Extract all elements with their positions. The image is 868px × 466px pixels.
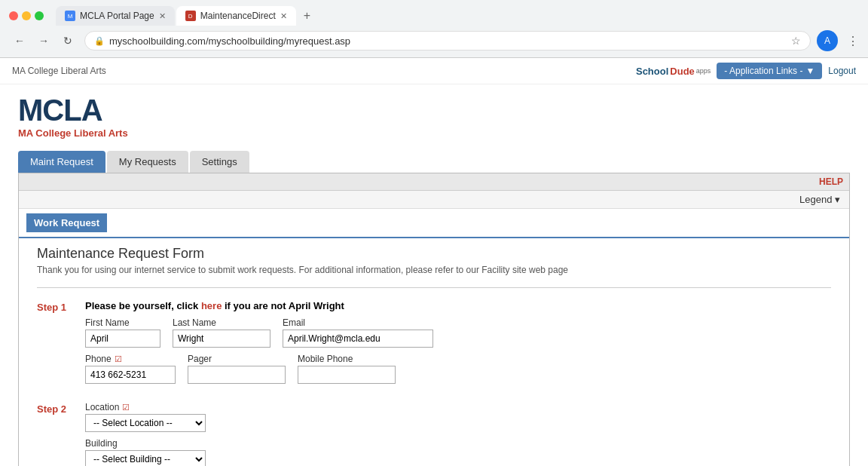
step2-building-row: Building -- Select Building -- <box>85 438 831 466</box>
phone-input[interactable] <box>85 366 176 384</box>
tab-maint-request[interactable]: Maint Request <box>18 151 105 173</box>
nav-tabs: Maint Request My Requests Settings <box>0 151 868 173</box>
tab-maintenance-direct[interactable]: D MaintenanceDirect ✕ <box>176 6 296 26</box>
step2-content: Location ☑ -- Select Location -- Buildin… <box>85 402 831 466</box>
step2-label: Step 2 <box>37 402 85 466</box>
lock-icon: 🔒 <box>94 36 105 46</box>
tab-label-1: MCLA Portal Page <box>80 11 154 21</box>
browser-tabs: M MCLA Portal Page ✕ D MaintenanceDirect… <box>56 6 316 26</box>
building-group: Building -- Select Building -- <box>85 438 206 466</box>
first-name-group: First Name <box>85 317 160 348</box>
app-links-button[interactable]: - Application Links - ▼ <box>717 63 822 79</box>
app-links-chevron: ▼ <box>805 66 815 76</box>
content-area: HELP Legend ▾ Work Request Maintenance R… <box>18 173 850 466</box>
sd-dude: Dude <box>670 66 695 77</box>
help-label: HELP <box>819 176 843 187</box>
form-title: Maintenance Request Form <box>37 246 831 262</box>
tab-label-2: MaintenanceDirect <box>200 11 276 21</box>
tab-settings[interactable]: Settings <box>190 151 249 173</box>
close-window-btn[interactable] <box>9 11 18 20</box>
email-group: Email <box>283 317 433 348</box>
email-input[interactable] <box>283 330 433 348</box>
tab-close-1[interactable]: ✕ <box>159 11 166 21</box>
first-name-input[interactable] <box>85 330 160 348</box>
back-btn[interactable]: ← <box>9 30 30 51</box>
forward-btn[interactable]: → <box>33 30 54 51</box>
form-divider <box>37 287 831 288</box>
building-select[interactable]: -- Select Building -- <box>85 450 206 466</box>
page-content: MA College Liberal Arts School Dude apps… <box>0 58 868 466</box>
building-label: Building <box>85 438 206 449</box>
app-links-label: - Application Links - <box>724 66 802 76</box>
browser-titlebar: M MCLA Portal Page ✕ D MaintenanceDirect… <box>0 0 868 26</box>
first-name-label: First Name <box>85 317 160 328</box>
step1-row: Step 1 Please be yourself, click here if… <box>37 300 831 390</box>
step1-instruction-prefix: Please be yourself, click <box>85 300 201 311</box>
form-container: Maintenance Request Form Thank you for u… <box>19 238 849 466</box>
phone-checkbox-icon: ☑ <box>115 354 122 364</box>
profile-btn[interactable]: A <box>817 30 838 51</box>
pager-label: Pager <box>188 354 286 364</box>
schooldude-logo: School Dude apps <box>636 66 711 77</box>
step1-label: Step 1 <box>37 300 85 390</box>
help-bar: HELP <box>19 173 849 191</box>
phone-label: Phone ☑ <box>85 354 176 364</box>
step1-instruction-link[interactable]: here <box>201 300 222 311</box>
tab-mcla-portal[interactable]: M MCLA Portal Page ✕ <box>56 6 175 26</box>
address-text: myschoolbuilding.com/myschoolbuilding/my… <box>109 35 787 47</box>
phone-group: Phone ☑ <box>85 354 176 384</box>
new-tab-btn[interactable]: + <box>298 6 316 26</box>
form-subtitle: Thank you for using our internet service… <box>37 265 831 275</box>
step1-instruction-suffix: if you are not April Wright <box>222 300 344 311</box>
step2-location-row: Location ☑ -- Select Location -- <box>85 402 831 432</box>
browser-chrome: M MCLA Portal Page ✕ D MaintenanceDirect… <box>0 0 868 58</box>
org-name: MA College Liberal Arts <box>12 66 106 76</box>
tab-my-requests[interactable]: My Requests <box>107 151 188 173</box>
tab-close-2[interactable]: ✕ <box>280 11 287 21</box>
bookmark-icon[interactable]: ☆ <box>791 35 801 47</box>
last-name-group: Last Name <box>173 317 270 348</box>
mobile-label: Mobile Phone <box>298 354 396 364</box>
step1-content: Please be yourself, click here if you ar… <box>85 300 831 390</box>
schooldude-area: School Dude apps - Application Links - ▼… <box>636 63 856 79</box>
address-bar[interactable]: 🔒 myschoolbuilding.com/myschoolbuilding/… <box>84 31 811 51</box>
location-label: Location ☑ <box>85 402 206 412</box>
email-label: Email <box>283 317 433 328</box>
pager-input[interactable] <box>188 366 286 384</box>
window-controls <box>9 11 44 20</box>
legend-bar: Legend ▾ <box>19 191 849 209</box>
legend-button[interactable]: Legend ▾ <box>799 194 840 205</box>
browser-menu-btn[interactable]: ⋮ <box>847 34 859 48</box>
step2-row: Step 2 Location ☑ -- Select Location -- <box>37 402 831 466</box>
step1-instruction: Please be yourself, click here if you ar… <box>85 300 831 311</box>
last-name-label: Last Name <box>173 317 270 328</box>
logo-area: MCLA MA College Liberal Arts <box>0 84 868 145</box>
mcla-logo: MCLA <box>18 94 850 127</box>
org-subtitle: MA College Liberal Arts <box>18 127 850 139</box>
location-select[interactable]: -- Select Location -- <box>85 414 206 432</box>
logout-button[interactable]: Logout <box>828 66 856 76</box>
location-checkbox-icon: ☑ <box>122 403 130 412</box>
section-title: Work Request <box>26 213 107 232</box>
sd-apps: apps <box>696 67 711 75</box>
step1-name-row: First Name Last Name Email <box>85 317 831 348</box>
refresh-btn[interactable]: ↻ <box>57 30 78 51</box>
mobile-group: Mobile Phone <box>298 354 396 384</box>
sd-school: School <box>636 66 668 77</box>
pager-group: Pager <box>188 354 286 384</box>
top-bar: MA College Liberal Arts School Dude apps… <box>0 58 868 84</box>
location-group: Location ☑ -- Select Location -- <box>85 402 206 432</box>
step1-phone-row: Phone ☑ Pager Mobile Phone <box>85 354 831 384</box>
maximize-window-btn[interactable] <box>35 11 44 20</box>
browser-addressbar: ← → ↻ 🔒 myschoolbuilding.com/myschoolbui… <box>0 26 868 57</box>
minimize-window-btn[interactable] <box>22 11 31 20</box>
tab-favicon-1: M <box>65 11 75 21</box>
section-header-bar: Work Request <box>19 209 849 238</box>
tab-favicon-2: D <box>185 11 196 21</box>
mobile-input[interactable] <box>298 366 396 384</box>
last-name-input[interactable] <box>173 330 270 348</box>
nav-buttons: ← → ↻ <box>9 30 78 51</box>
